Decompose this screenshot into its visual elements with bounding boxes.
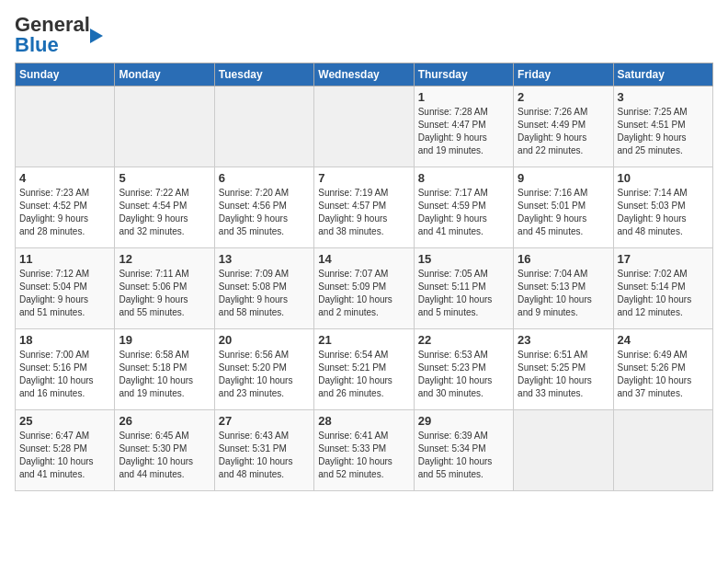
logo: GeneralBlue <box>15 15 103 55</box>
day-number: 10 <box>618 171 709 185</box>
calendar-cell <box>115 86 214 167</box>
day-info: Sunrise: 7:09 AM Sunset: 5:08 PM Dayligh… <box>219 268 310 319</box>
day-number: 23 <box>518 333 609 347</box>
calendar-cell: 24Sunrise: 6:49 AM Sunset: 5:26 PM Dayli… <box>613 329 712 410</box>
calendar-cell: 6Sunrise: 7:20 AM Sunset: 4:56 PM Daylig… <box>214 167 313 248</box>
day-number: 12 <box>119 252 210 266</box>
day-number: 18 <box>19 333 110 347</box>
day-number: 16 <box>518 252 609 266</box>
day-number: 20 <box>219 333 310 347</box>
calendar-cell: 2Sunrise: 7:26 AM Sunset: 4:49 PM Daylig… <box>514 86 613 167</box>
day-number: 14 <box>318 252 409 266</box>
day-info: Sunrise: 7:11 AM Sunset: 5:06 PM Dayligh… <box>119 268 210 319</box>
day-info: Sunrise: 7:20 AM Sunset: 4:56 PM Dayligh… <box>219 187 310 238</box>
day-number: 8 <box>418 171 509 185</box>
header: GeneralBlue <box>15 15 713 55</box>
calendar-cell: 21Sunrise: 6:54 AM Sunset: 5:21 PM Dayli… <box>314 329 414 410</box>
calendar-week-row: 18Sunrise: 7:00 AM Sunset: 5:16 PM Dayli… <box>16 329 713 410</box>
weekday-header: Thursday <box>414 63 513 86</box>
day-info: Sunrise: 7:26 AM Sunset: 4:49 PM Dayligh… <box>518 106 609 157</box>
day-info: Sunrise: 6:47 AM Sunset: 5:28 PM Dayligh… <box>19 430 110 481</box>
day-info: Sunrise: 7:12 AM Sunset: 5:04 PM Dayligh… <box>19 268 110 319</box>
calendar-table: SundayMondayTuesdayWednesdayThursdayFrid… <box>15 63 713 491</box>
calendar-cell <box>16 86 115 167</box>
day-info: Sunrise: 6:45 AM Sunset: 5:30 PM Dayligh… <box>119 430 210 481</box>
day-number: 27 <box>219 414 310 428</box>
day-number: 17 <box>618 252 709 266</box>
day-info: Sunrise: 7:17 AM Sunset: 4:59 PM Dayligh… <box>418 187 509 238</box>
day-info: Sunrise: 6:58 AM Sunset: 5:18 PM Dayligh… <box>119 349 210 400</box>
day-number: 22 <box>418 333 509 347</box>
calendar-cell: 19Sunrise: 6:58 AM Sunset: 5:18 PM Dayli… <box>115 329 214 410</box>
calendar-cell: 4Sunrise: 7:23 AM Sunset: 4:52 PM Daylig… <box>16 167 115 248</box>
day-number: 3 <box>618 90 709 104</box>
day-info: Sunrise: 7:16 AM Sunset: 5:01 PM Dayligh… <box>518 187 609 238</box>
weekday-header: Sunday <box>16 63 115 86</box>
day-info: Sunrise: 7:14 AM Sunset: 5:03 PM Dayligh… <box>618 187 709 238</box>
calendar-cell: 3Sunrise: 7:25 AM Sunset: 4:51 PM Daylig… <box>613 86 712 167</box>
calendar-week-row: 11Sunrise: 7:12 AM Sunset: 5:04 PM Dayli… <box>16 248 713 329</box>
day-info: Sunrise: 7:07 AM Sunset: 5:09 PM Dayligh… <box>318 268 409 319</box>
day-info: Sunrise: 7:23 AM Sunset: 4:52 PM Dayligh… <box>19 187 110 238</box>
day-info: Sunrise: 7:28 AM Sunset: 4:47 PM Dayligh… <box>418 106 509 157</box>
weekday-header: Friday <box>514 63 613 86</box>
weekday-header: Monday <box>115 63 214 86</box>
day-info: Sunrise: 6:56 AM Sunset: 5:20 PM Dayligh… <box>219 349 310 400</box>
day-number: 11 <box>19 252 110 266</box>
calendar-cell: 11Sunrise: 7:12 AM Sunset: 5:04 PM Dayli… <box>16 248 115 329</box>
day-number: 2 <box>518 90 609 104</box>
day-number: 21 <box>318 333 409 347</box>
calendar-week-row: 25Sunrise: 6:47 AM Sunset: 5:28 PM Dayli… <box>16 410 713 491</box>
day-number: 9 <box>518 171 609 185</box>
day-info: Sunrise: 6:43 AM Sunset: 5:31 PM Dayligh… <box>219 430 310 481</box>
day-info: Sunrise: 6:54 AM Sunset: 5:21 PM Dayligh… <box>318 349 409 400</box>
calendar-cell: 9Sunrise: 7:16 AM Sunset: 5:01 PM Daylig… <box>514 167 613 248</box>
calendar-cell: 27Sunrise: 6:43 AM Sunset: 5:31 PM Dayli… <box>214 410 313 491</box>
day-info: Sunrise: 7:04 AM Sunset: 5:13 PM Dayligh… <box>518 268 609 319</box>
calendar-cell: 17Sunrise: 7:02 AM Sunset: 5:14 PM Dayli… <box>613 248 712 329</box>
day-info: Sunrise: 7:22 AM Sunset: 4:54 PM Dayligh… <box>119 187 210 238</box>
calendar-cell <box>214 86 313 167</box>
day-number: 26 <box>119 414 210 428</box>
calendar-cell: 26Sunrise: 6:45 AM Sunset: 5:30 PM Dayli… <box>115 410 214 491</box>
calendar-cell: 8Sunrise: 7:17 AM Sunset: 4:59 PM Daylig… <box>414 167 513 248</box>
day-info: Sunrise: 6:39 AM Sunset: 5:34 PM Dayligh… <box>418 430 509 481</box>
day-info: Sunrise: 7:19 AM Sunset: 4:57 PM Dayligh… <box>318 187 409 238</box>
calendar-week-row: 1Sunrise: 7:28 AM Sunset: 4:47 PM Daylig… <box>16 86 713 167</box>
day-info: Sunrise: 6:49 AM Sunset: 5:26 PM Dayligh… <box>618 349 709 400</box>
calendar-cell: 28Sunrise: 6:41 AM Sunset: 5:33 PM Dayli… <box>314 410 414 491</box>
calendar-cell <box>514 410 613 491</box>
day-number: 19 <box>119 333 210 347</box>
calendar-cell: 14Sunrise: 7:07 AM Sunset: 5:09 PM Dayli… <box>314 248 414 329</box>
day-number: 4 <box>19 171 110 185</box>
header-row: SundayMondayTuesdayWednesdayThursdayFrid… <box>16 63 713 86</box>
calendar-cell: 12Sunrise: 7:11 AM Sunset: 5:06 PM Dayli… <box>115 248 214 329</box>
calendar-week-row: 4Sunrise: 7:23 AM Sunset: 4:52 PM Daylig… <box>16 167 713 248</box>
calendar-cell: 23Sunrise: 6:51 AM Sunset: 5:25 PM Dayli… <box>514 329 613 410</box>
day-number: 1 <box>418 90 509 104</box>
day-number: 6 <box>219 171 310 185</box>
calendar-cell: 18Sunrise: 7:00 AM Sunset: 5:16 PM Dayli… <box>16 329 115 410</box>
calendar-cell <box>314 86 414 167</box>
weekday-header: Tuesday <box>214 63 313 86</box>
day-number: 7 <box>318 171 409 185</box>
day-info: Sunrise: 7:02 AM Sunset: 5:14 PM Dayligh… <box>618 268 709 319</box>
calendar-cell: 5Sunrise: 7:22 AM Sunset: 4:54 PM Daylig… <box>115 167 214 248</box>
calendar-cell: 25Sunrise: 6:47 AM Sunset: 5:28 PM Dayli… <box>16 410 115 491</box>
calendar-cell: 13Sunrise: 7:09 AM Sunset: 5:08 PM Dayli… <box>214 248 313 329</box>
day-number: 29 <box>418 414 509 428</box>
day-info: Sunrise: 6:53 AM Sunset: 5:23 PM Dayligh… <box>418 349 509 400</box>
weekday-header: Saturday <box>613 63 712 86</box>
calendar-cell: 7Sunrise: 7:19 AM Sunset: 4:57 PM Daylig… <box>314 167 414 248</box>
logo-arrow-icon <box>90 29 103 43</box>
calendar-cell: 20Sunrise: 6:56 AM Sunset: 5:20 PM Dayli… <box>214 329 313 410</box>
day-info: Sunrise: 7:00 AM Sunset: 5:16 PM Dayligh… <box>19 349 110 400</box>
weekday-header: Wednesday <box>314 63 414 86</box>
day-number: 28 <box>318 414 409 428</box>
day-number: 5 <box>119 171 210 185</box>
calendar-cell: 10Sunrise: 7:14 AM Sunset: 5:03 PM Dayli… <box>613 167 712 248</box>
day-info: Sunrise: 6:51 AM Sunset: 5:25 PM Dayligh… <box>518 349 609 400</box>
day-info: Sunrise: 6:41 AM Sunset: 5:33 PM Dayligh… <box>318 430 409 481</box>
day-info: Sunrise: 7:05 AM Sunset: 5:11 PM Dayligh… <box>418 268 509 319</box>
calendar-cell <box>613 410 712 491</box>
